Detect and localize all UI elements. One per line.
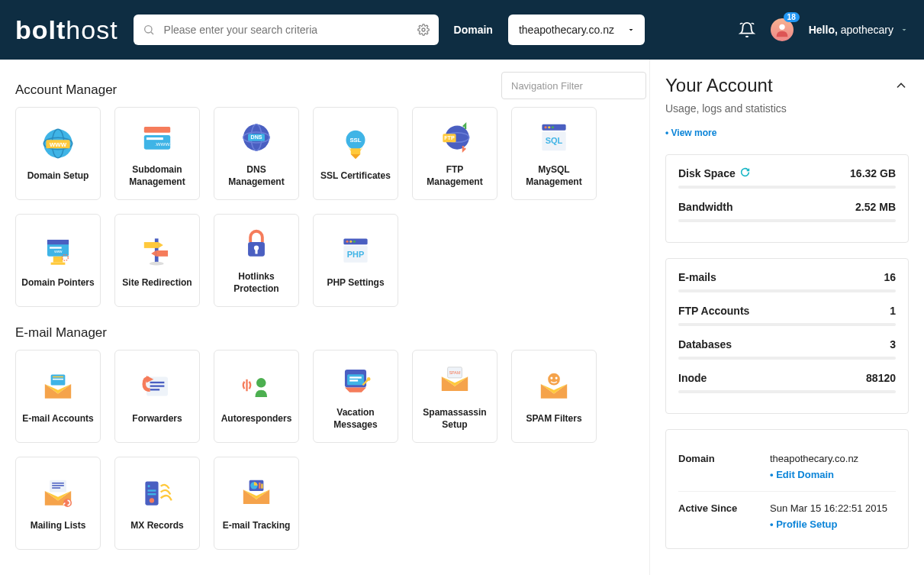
stat-label: Disk Space	[678, 167, 750, 179]
card-label: Forwarders	[132, 413, 182, 425]
nav-filter-input[interactable]: Navigation Filter	[501, 72, 646, 99]
search-input[interactable]	[134, 15, 439, 45]
svg-rect-86	[259, 483, 260, 489]
svg-text:PHP: PHP	[347, 250, 364, 259]
svg-point-0	[144, 26, 151, 33]
svg-point-2	[422, 28, 425, 31]
stat-value: 16.32 GB	[850, 167, 896, 179]
refresh-icon[interactable]	[740, 167, 750, 177]
info-domain-label: Domain	[678, 453, 770, 480]
svg-rect-20	[351, 148, 361, 154]
card-email[interactable]: E-mail Accounts	[15, 350, 101, 443]
card-spam[interactable]: SPAM Filters	[511, 350, 597, 443]
logo[interactable]: bolthost	[15, 15, 118, 45]
sidebar-title: Your Account	[665, 75, 773, 96]
svg-rect-58	[150, 382, 165, 383]
stat-value: 16	[884, 271, 896, 283]
spamassassin-icon: SPAM	[436, 361, 474, 399]
svg-rect-37	[51, 263, 66, 265]
php-icon: PHP	[336, 231, 375, 270]
notifications-bell[interactable]	[739, 21, 755, 38]
email-icon	[39, 367, 77, 405]
card-dns[interactable]: DNSDNS Management	[214, 107, 299, 200]
grid-account-manager: WWWDomain Setup.WWW.Subdomain Management…	[15, 107, 634, 307]
svg-rect-11	[146, 137, 163, 140]
svg-point-29	[552, 127, 554, 129]
stat-label: Databases	[678, 338, 732, 350]
svg-rect-76	[52, 485, 64, 486]
info-active-value: Sun Mar 15 16:22:51 2015	[770, 502, 896, 514]
stat-bar	[678, 219, 896, 222]
stat-label: Bandwidth	[678, 201, 733, 213]
ftp-icon: FTP	[436, 118, 474, 157]
card-www[interactable]: WWWDomain Setup	[15, 107, 101, 200]
card-spamassassin[interactable]: SPAMSpamassassin Setup	[412, 350, 497, 443]
svg-rect-36	[53, 257, 63, 263]
card-label: Autoresponders	[221, 413, 292, 425]
card-label: MX Records	[130, 520, 183, 532]
card-forward[interactable]: Forwarders	[114, 350, 200, 443]
stat-bar	[678, 390, 896, 393]
card-label: Vacation Messages	[318, 407, 393, 431]
card-pointers[interactable]: wwwDomain Pointers	[15, 214, 101, 307]
svg-rect-81	[148, 490, 156, 492]
card-php[interactable]: PHPPHP Settings	[313, 214, 398, 307]
forward-icon	[138, 367, 176, 405]
card-label: MySQL Management	[517, 164, 591, 188]
stat-value: 3	[890, 338, 896, 350]
card-ftp[interactable]: FTPFTP Management	[412, 107, 497, 200]
card-label: SPAM Filters	[526, 413, 581, 425]
card-label: DNS Management	[219, 164, 294, 188]
auto-icon	[237, 367, 275, 405]
svg-rect-87	[261, 484, 262, 489]
card-mailing[interactable]: Mailing Lists	[15, 457, 101, 550]
svg-point-28	[548, 127, 550, 129]
svg-point-51	[353, 241, 356, 243]
logo-bolt: bolt	[15, 15, 66, 44]
svg-point-50	[349, 241, 352, 243]
stat-row: E-mails16	[678, 271, 896, 283]
edit-domain-link[interactable]: • Edit Domain	[770, 469, 834, 480]
gear-icon[interactable]	[417, 24, 430, 36]
stat-label: E-mails	[678, 271, 716, 283]
vacation-icon	[336, 361, 375, 399]
card-tracking[interactable]: E-mail Tracking	[214, 457, 299, 550]
view-more-link[interactable]: • View more	[665, 128, 716, 138]
notification-badge: 18	[784, 12, 800, 22]
sidebar-subtitle: Usage, logs and statistics	[665, 102, 909, 115]
www-icon: WWW	[39, 124, 77, 163]
card-auto[interactable]: Autoresponders	[214, 350, 299, 443]
svg-text:SPAM: SPAM	[449, 371, 461, 376]
card-lock[interactable]: Hotlinks Protection	[214, 214, 299, 307]
spam-icon	[535, 367, 573, 405]
redirect-icon	[138, 231, 176, 270]
collapse-chevron-icon[interactable]	[893, 78, 909, 93]
stat-bar	[678, 357, 896, 360]
svg-point-62	[256, 378, 266, 388]
tracking-icon	[237, 474, 275, 512]
svg-rect-60	[150, 389, 160, 390]
card-label: PHP Settings	[327, 277, 384, 289]
panel-info: Domain theapothecary.co.nz • Edit Domain…	[665, 429, 909, 549]
card-ssl[interactable]: SSLSSL Certificates	[313, 107, 398, 200]
domain-select[interactable]: theapothecary.co.nz	[508, 15, 645, 45]
profile-setup-link[interactable]: • Profile Setup	[770, 518, 837, 530]
svg-point-27	[545, 127, 547, 129]
card-subdomain[interactable]: .WWW.Subdomain Management	[114, 107, 200, 200]
ssl-icon: SSL	[336, 124, 375, 163]
svg-rect-59	[150, 386, 165, 387]
card-sql[interactable]: SQLMySQL Management	[511, 107, 597, 200]
svg-rect-65	[349, 377, 362, 379]
mx-icon	[138, 474, 176, 512]
card-label: E-mail Accounts	[22, 413, 94, 425]
grid-email-manager: E-mail AccountsForwardersAutorespondersV…	[15, 350, 634, 550]
greeting[interactable]: Hello, apothecary	[809, 24, 909, 36]
svg-text:www: www	[54, 250, 63, 254]
card-vacation[interactable]: Vacation Messages	[313, 350, 398, 443]
nav-filter-placeholder: Navigation Filter	[511, 80, 583, 92]
card-redirect[interactable]: Site Redirection	[114, 214, 200, 307]
stat-row: FTP Accounts1	[678, 305, 896, 317]
svg-text:FTP: FTP	[444, 136, 455, 141]
card-mx[interactable]: MX Records	[114, 457, 200, 550]
avatar[interactable]: 18	[771, 18, 794, 41]
